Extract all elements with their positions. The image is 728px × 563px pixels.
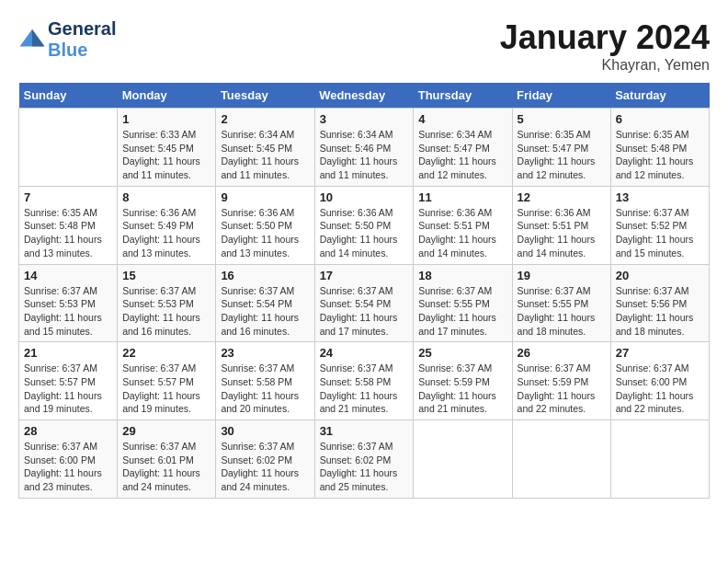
daylight: Daylight: 11 hours and 16 minutes. [221,311,309,338]
sunset: Sunset: 5:45 PM [122,142,210,155]
day-number: 2 [221,112,309,126]
sunrise: Sunrise: 6:34 AM [221,128,309,142]
calendar-cell: 5 Sunrise: 6:35 AM Sunset: 5:47 PM Dayli… [512,109,610,187]
logo-text-line1: General [48,18,116,40]
day-info: Sunrise: 6:37 AM Sunset: 5:55 PM Dayligh… [518,284,606,339]
sunset: Sunset: 6:01 PM [122,454,210,467]
calendar-cell: 25 Sunrise: 6:37 AM Sunset: 5:59 PM Dayl… [414,342,512,420]
weekday-header-tuesday: Tuesday [216,83,314,109]
day-info: Sunrise: 6:36 AM Sunset: 5:50 PM Dayligh… [221,206,309,260]
day-number: 5 [518,112,606,126]
sunset: Sunset: 5:58 PM [221,375,309,389]
calendar-cell: 30 Sunrise: 6:37 AM Sunset: 6:02 PM Dayl… [216,420,314,499]
day-number: 3 [320,112,409,126]
day-info: Sunrise: 6:37 AM Sunset: 5:55 PM Dayligh… [418,284,506,339]
sunset: Sunset: 5:54 PM [221,297,309,311]
sunset: Sunset: 5:51 PM [418,219,506,233]
day-info: Sunrise: 6:37 AM Sunset: 5:57 PM Dayligh… [122,362,210,416]
logo-text-line2: Blue [48,40,116,61]
sunrise: Sunrise: 6:37 AM [24,362,112,375]
day-number: 26 [518,346,606,360]
sunset: Sunset: 5:53 PM [122,297,210,311]
sunset: Sunset: 5:54 PM [320,297,409,311]
daylight: Daylight: 11 hours and 14 minutes. [418,233,506,259]
daylight: Daylight: 11 hours and 13 minutes. [221,233,309,259]
sunrise: Sunrise: 6:34 AM [418,128,506,142]
day-info: Sunrise: 6:37 AM Sunset: 6:01 PM Dayligh… [122,440,210,494]
calendar-cell: 2 Sunrise: 6:34 AM Sunset: 5:45 PM Dayli… [216,109,314,187]
day-info: Sunrise: 6:37 AM Sunset: 5:58 PM Dayligh… [221,362,309,416]
sunset: Sunset: 5:46 PM [320,142,409,155]
day-info: Sunrise: 6:37 AM Sunset: 5:58 PM Dayligh… [320,362,409,416]
sunrise: Sunrise: 6:37 AM [616,284,704,298]
weekday-header-wednesday: Wednesday [314,83,414,109]
day-number: 24 [320,346,409,360]
day-info: Sunrise: 6:37 AM Sunset: 6:00 PM Dayligh… [24,440,112,494]
sunrise: Sunrise: 6:35 AM [518,128,606,142]
day-number: 20 [616,269,704,282]
calendar-cell: 3 Sunrise: 6:34 AM Sunset: 5:46 PM Dayli… [314,109,414,187]
calendar-week-row: 14 Sunrise: 6:37 AM Sunset: 5:53 PM Dayl… [19,264,710,342]
daylight: Daylight: 11 hours and 13 minutes. [24,233,112,259]
sunset: Sunset: 5:47 PM [418,142,506,155]
calendar-cell: 4 Sunrise: 6:34 AM Sunset: 5:47 PM Dayli… [414,109,512,187]
sunset: Sunset: 5:48 PM [616,142,704,155]
day-info: Sunrise: 6:37 AM Sunset: 5:53 PM Dayligh… [122,284,210,339]
daylight: Daylight: 11 hours and 12 minutes. [518,155,606,181]
day-number: 4 [418,112,506,126]
daylight: Daylight: 11 hours and 19 minutes. [24,389,112,416]
day-info: Sunrise: 6:37 AM Sunset: 5:52 PM Dayligh… [616,206,704,260]
sunrise: Sunrise: 6:36 AM [320,206,409,220]
calendar-cell: 27 Sunrise: 6:37 AM Sunset: 6:00 PM Dayl… [610,342,709,420]
page-header: General Blue January 2024 Khayran, Yemen [18,18,710,74]
day-number: 21 [24,346,112,360]
day-number: 10 [320,190,409,204]
sunrise: Sunrise: 6:37 AM [221,362,309,375]
day-info: Sunrise: 6:35 AM Sunset: 5:48 PM Dayligh… [24,206,112,260]
sunrise: Sunrise: 6:37 AM [616,206,704,220]
sunrise: Sunrise: 6:37 AM [122,362,210,375]
day-info: Sunrise: 6:37 AM Sunset: 6:00 PM Dayligh… [616,362,704,416]
daylight: Daylight: 11 hours and 20 minutes. [221,389,309,416]
day-info: Sunrise: 6:37 AM Sunset: 5:54 PM Dayligh… [320,284,409,339]
calendar-cell [19,109,118,187]
sunrise: Sunrise: 6:37 AM [122,284,210,298]
sunrise: Sunrise: 6:37 AM [320,284,409,298]
daylight: Daylight: 11 hours and 18 minutes. [518,311,606,338]
weekday-header-saturday: Saturday [610,83,709,109]
day-number: 13 [616,190,704,204]
daylight: Daylight: 11 hours and 19 minutes. [122,389,210,416]
calendar-cell [414,420,512,499]
sunrise: Sunrise: 6:37 AM [518,362,606,375]
day-info: Sunrise: 6:36 AM Sunset: 5:49 PM Dayligh… [122,206,210,260]
sunrise: Sunrise: 6:37 AM [616,362,704,375]
day-number: 23 [221,346,309,360]
day-info: Sunrise: 6:34 AM Sunset: 5:47 PM Dayligh… [418,128,506,182]
sunrise: Sunrise: 6:36 AM [122,206,210,220]
day-info: Sunrise: 6:37 AM Sunset: 5:54 PM Dayligh… [221,284,309,339]
day-info: Sunrise: 6:37 AM Sunset: 5:59 PM Dayligh… [418,362,506,416]
calendar-cell: 1 Sunrise: 6:33 AM Sunset: 5:45 PM Dayli… [118,109,216,187]
weekday-header-row: SundayMondayTuesdayWednesdayThursdayFrid… [19,83,710,109]
sunrise: Sunrise: 6:37 AM [418,284,506,298]
day-number: 19 [518,269,606,282]
daylight: Daylight: 11 hours and 16 minutes. [122,311,210,338]
sunrise: Sunrise: 6:36 AM [221,206,309,220]
calendar-cell: 7 Sunrise: 6:35 AM Sunset: 5:48 PM Dayli… [19,186,118,264]
daylight: Daylight: 11 hours and 15 minutes. [24,311,112,338]
calendar-cell: 12 Sunrise: 6:36 AM Sunset: 5:51 PM Dayl… [512,186,610,264]
sunset: Sunset: 5:57 PM [122,375,210,389]
day-number: 29 [122,424,210,438]
day-number: 22 [122,346,210,360]
day-info: Sunrise: 6:34 AM Sunset: 5:45 PM Dayligh… [221,128,309,182]
calendar-week-row: 21 Sunrise: 6:37 AM Sunset: 5:57 PM Dayl… [19,342,710,420]
calendar-cell [512,420,610,499]
calendar-cell: 24 Sunrise: 6:37 AM Sunset: 5:58 PM Dayl… [314,342,414,420]
day-info: Sunrise: 6:37 AM Sunset: 6:02 PM Dayligh… [320,440,409,494]
day-number: 8 [122,190,210,204]
calendar-cell: 16 Sunrise: 6:37 AM Sunset: 5:54 PM Dayl… [216,264,314,342]
daylight: Daylight: 11 hours and 24 minutes. [122,466,210,493]
logo: General Blue [18,18,116,61]
calendar-cell: 31 Sunrise: 6:37 AM Sunset: 6:02 PM Dayl… [314,420,414,499]
sunset: Sunset: 5:59 PM [418,375,506,389]
